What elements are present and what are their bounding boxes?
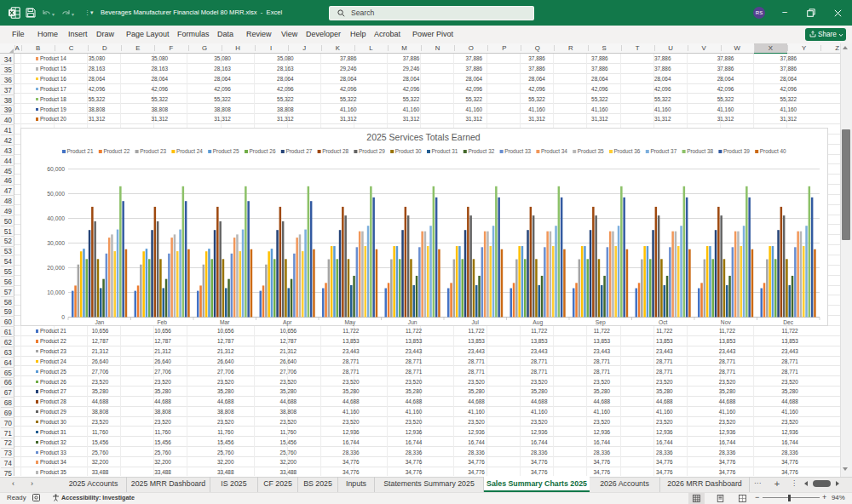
svg-text:Product 31: Product 31 xyxy=(432,148,458,154)
svg-text:Dec: Dec xyxy=(783,318,794,324)
svg-text:Product 22: Product 22 xyxy=(103,148,130,154)
svg-text:Product 24: Product 24 xyxy=(176,148,203,154)
svg-text:40,000: 40,000 xyxy=(47,215,65,220)
svg-text:May: May xyxy=(344,318,355,325)
svg-text:0: 0 xyxy=(61,313,65,319)
svg-text:Product 33: Product 33 xyxy=(504,148,531,154)
svg-text:60,000: 60,000 xyxy=(47,165,65,171)
svg-text:Product 28: Product 28 xyxy=(322,148,348,154)
svg-text:30,000: 30,000 xyxy=(47,239,65,245)
svg-text:Aug: Aug xyxy=(532,318,543,325)
svg-text:Product 37: Product 37 xyxy=(650,148,676,154)
svg-text:Feb: Feb xyxy=(157,318,167,324)
svg-text:Jan: Jan xyxy=(95,318,104,324)
svg-text:Product 27: Product 27 xyxy=(285,148,312,154)
svg-text:Product 23: Product 23 xyxy=(140,148,166,154)
svg-text:Product 26: Product 26 xyxy=(250,148,276,154)
svg-text:Product 32: Product 32 xyxy=(468,148,494,154)
svg-text:Product 25: Product 25 xyxy=(213,148,239,154)
svg-text:Product 40: Product 40 xyxy=(760,148,786,154)
svg-text:Nov: Nov xyxy=(721,318,732,324)
svg-text:Product 35: Product 35 xyxy=(578,148,604,154)
svg-text:Product 39: Product 39 xyxy=(723,148,750,154)
svg-text:Jun: Jun xyxy=(408,318,417,324)
svg-text:Product 30: Product 30 xyxy=(395,148,422,154)
svg-text:Mar: Mar xyxy=(220,318,230,324)
svg-text:Product 29: Product 29 xyxy=(359,148,385,154)
svg-text:Jul: Jul xyxy=(472,318,480,324)
svg-text:20,000: 20,000 xyxy=(47,264,65,270)
svg-text:10,000: 10,000 xyxy=(47,289,65,295)
svg-text:Sep: Sep xyxy=(596,318,606,325)
svg-text:Product 36: Product 36 xyxy=(614,148,641,154)
svg-text:2025 Services Totals Earned: 2025 Services Totals Earned xyxy=(366,133,480,142)
svg-text:Product 38: Product 38 xyxy=(687,148,713,154)
svg-text:Oct: Oct xyxy=(659,318,668,324)
svg-text:50,000: 50,000 xyxy=(47,190,65,196)
svg-text:Product 21: Product 21 xyxy=(67,148,94,154)
svg-text:Apr: Apr xyxy=(283,318,292,325)
svg-text:Product 34: Product 34 xyxy=(541,148,567,154)
